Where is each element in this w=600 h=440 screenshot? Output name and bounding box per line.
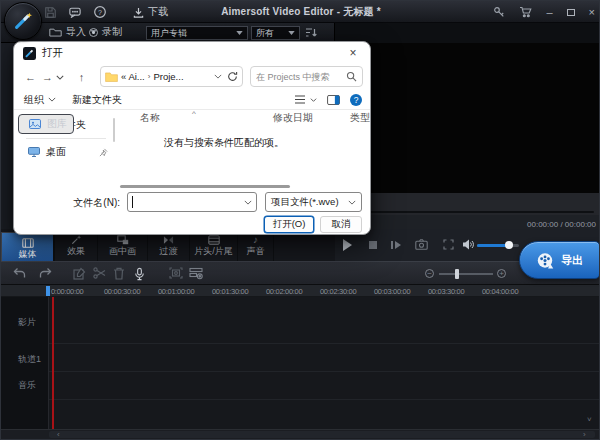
- column-name[interactable]: 名称 ^: [118, 111, 273, 125]
- register-key-icon[interactable]: [493, 6, 505, 18]
- column-date-modified[interactable]: 修改日期: [273, 111, 350, 125]
- list-view-icon: [294, 95, 306, 104]
- play-button[interactable]: [343, 239, 352, 251]
- split-scissors-icon[interactable]: [93, 267, 106, 279]
- dialog-close-icon[interactable]: ×: [336, 42, 370, 64]
- zoom-slider-handle[interactable]: [455, 269, 459, 279]
- sort-view-icon[interactable]: [305, 27, 317, 38]
- stop-button[interactable]: [369, 241, 377, 249]
- address-bar[interactable]: « Ai... › Proje...: [100, 66, 243, 87]
- search-input[interactable]: [256, 72, 346, 82]
- timeline-tracks: 影片 轨道1 音乐: [1, 297, 600, 429]
- close-button[interactable]: ×: [589, 7, 595, 18]
- file-list-horizontal-scrollbar[interactable]: [120, 185, 290, 188]
- filename-dropdown-chevron-icon[interactable]: [244, 200, 252, 205]
- cancel-button[interactable]: 取消: [320, 216, 362, 233]
- open-button[interactable]: 打开(O): [264, 216, 314, 233]
- breadcrumb-root[interactable]: « Ai...: [121, 71, 145, 82]
- media-icon: [22, 237, 34, 248]
- preview-panel: 00:00:00 / 00:00:00: [335, 43, 600, 233]
- back-icon[interactable]: ←: [22, 71, 39, 83]
- timeline-horizontal-scrollbar[interactable]: ‹ ›: [1, 429, 600, 439]
- sidebar-scrollbar[interactable]: [113, 118, 115, 142]
- feedback-icon[interactable]: [69, 7, 81, 18]
- video-track-row[interactable]: [1, 297, 600, 344]
- scroll-left-icon[interactable]: ‹: [57, 430, 60, 439]
- svg-text:?: ?: [98, 9, 102, 16]
- scroll-right-icon[interactable]: ›: [583, 430, 586, 439]
- music-track-label: 音乐: [18, 379, 36, 392]
- desktop-icon: [28, 147, 40, 157]
- store-cart-icon[interactable]: [519, 6, 532, 18]
- playhead-line[interactable]: [52, 297, 54, 429]
- filter-dropdown[interactable]: 所有: [251, 26, 300, 40]
- filetype-dropdown[interactable]: 项目文件(*.wve): [265, 192, 362, 212]
- music-note-icon: ♪: [253, 234, 258, 245]
- caret-down-icon: [236, 31, 243, 35]
- text-caret: [132, 196, 133, 208]
- film-frame-icon: [208, 234, 220, 245]
- column-type[interactable]: 类型: [350, 111, 370, 125]
- video-track-label: 影片: [18, 316, 36, 329]
- open-file-dialog: 打开 × ← → ↑ « Ai... › Proje...: [13, 41, 371, 235]
- caret-down-icon: [288, 31, 295, 35]
- seek-bar[interactable]: [343, 211, 594, 213]
- timecode-display: 00:00:00 / 00:00:00: [527, 220, 596, 229]
- fullscreen-icon[interactable]: [443, 239, 454, 250]
- breadcrumb-current[interactable]: Proje...: [153, 71, 183, 82]
- forward-icon[interactable]: →: [39, 71, 56, 83]
- save-icon[interactable]: [45, 7, 56, 18]
- dialog-app-icon: [23, 47, 36, 60]
- up-icon[interactable]: ↑: [73, 71, 90, 83]
- freeze-frame-icon[interactable]: [169, 267, 183, 279]
- step-forward-button[interactable]: [391, 241, 401, 249]
- file-list: 名称 ^ 修改日期 类型 没有与搜索条件匹配的项。: [118, 110, 370, 190]
- volume-icon[interactable]: [462, 238, 475, 251]
- download-button[interactable]: 下载: [133, 5, 168, 19]
- details-pane-icon[interactable]: [327, 95, 340, 105]
- volume-slider-handle[interactable]: [505, 241, 513, 249]
- new-folder-button[interactable]: 新建文件夹: [72, 93, 122, 107]
- dialog-help-icon[interactable]: ?: [350, 94, 362, 106]
- dialog-sidebar: 主文件夹 图库 桌面: [14, 110, 118, 190]
- undo-icon[interactable]: [13, 267, 26, 279]
- seek-bar-area[interactable]: [336, 193, 600, 215]
- address-dropdown-chevron-icon[interactable]: [214, 74, 222, 79]
- album-dropdown[interactable]: 用户专辑: [146, 26, 248, 40]
- delete-trash-icon[interactable]: [113, 267, 125, 280]
- minimize-button[interactable]: –: [546, 7, 552, 18]
- filename-input[interactable]: [127, 192, 257, 212]
- refresh-icon[interactable]: [227, 71, 238, 82]
- record-button[interactable]: 录制: [89, 25, 122, 39]
- music-track-row[interactable]: [1, 372, 600, 400]
- pip-icon: [117, 234, 129, 245]
- track-manager-icon[interactable]: [189, 267, 203, 280]
- record-label: 录制: [102, 25, 122, 39]
- help-icon[interactable]: ?: [94, 6, 106, 18]
- dialog-title: 打开: [42, 46, 63, 60]
- maximize-button[interactable]: [567, 9, 575, 16]
- volume-slider[interactable]: [477, 244, 519, 247]
- organize-button[interactable]: 组织: [24, 93, 56, 107]
- search-box[interactable]: [250, 66, 363, 87]
- transition-icon: [163, 234, 174, 245]
- sidebar-item-gallery[interactable]: 图库: [18, 114, 74, 134]
- sidebar-item-desktop[interactable]: 桌面: [18, 142, 114, 162]
- zoom-slider[interactable]: [439, 273, 493, 275]
- microphone-icon[interactable]: [133, 267, 146, 281]
- zoom-in-icon[interactable]: +: [497, 269, 506, 278]
- playhead-handle[interactable]: [46, 286, 50, 296]
- vertical-scroll-down-icon[interactable]: ˅: [587, 415, 592, 424]
- tab-media[interactable]: 媒体: [1, 232, 54, 264]
- export-button[interactable]: 导出: [519, 241, 600, 279]
- breadcrumb-separator: ›: [148, 72, 151, 81]
- view-options-button[interactable]: [294, 95, 317, 104]
- redo-icon[interactable]: [39, 267, 52, 279]
- recent-locations-chevron-icon[interactable]: [56, 75, 73, 80]
- timeline-toolbar: − +: [1, 261, 600, 285]
- edit-icon[interactable]: [73, 267, 86, 280]
- timeline-ruler[interactable]: 0:00:00:00 00:00:30:00 00:01:00:00 00:01…: [1, 285, 600, 297]
- track1-row[interactable]: [1, 344, 600, 372]
- zoom-out-icon[interactable]: −: [425, 269, 434, 278]
- snapshot-icon[interactable]: [415, 239, 428, 250]
